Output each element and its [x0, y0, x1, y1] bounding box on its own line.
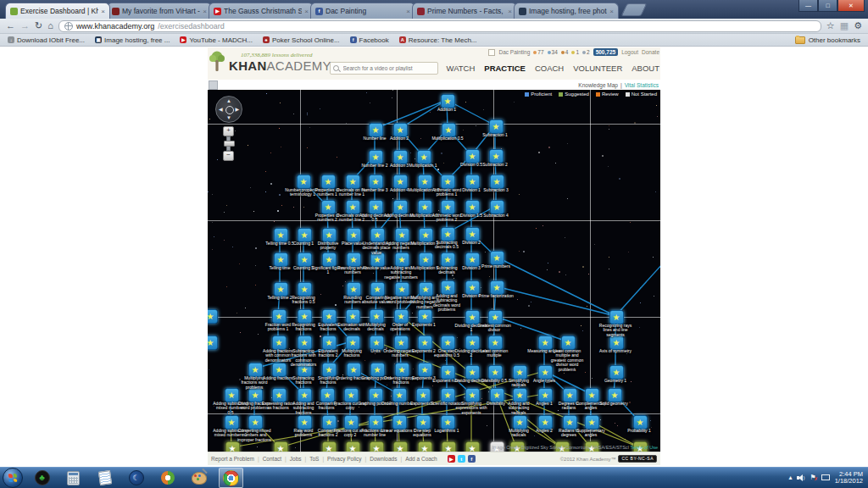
- exercise-node[interactable]: ★: [346, 336, 360, 350]
- footer-link[interactable]: Downloads: [370, 456, 397, 462]
- exercise-node[interactable]: ★: [585, 388, 599, 402]
- maximize-window-button[interactable]: □: [818, 0, 837, 12]
- exercise-node[interactable]: ★: [465, 441, 480, 452]
- footer-link[interactable]: Privacy Policy: [327, 456, 361, 462]
- tab-close-icon[interactable]: ×: [406, 8, 410, 15]
- exercise-node[interactable]: ★: [392, 415, 407, 430]
- exercise-node[interactable]: ★: [369, 388, 383, 402]
- pan-up-icon[interactable]: ▲: [226, 98, 231, 103]
- exercise-node[interactable]: ★: [441, 94, 455, 108]
- exercise-node[interactable]: ★: [347, 363, 361, 377]
- exercise-node[interactable]: ★: [395, 363, 409, 377]
- refresh-icon[interactable]: ↻: [35, 21, 42, 30]
- tab-close-icon[interactable]: ×: [304, 8, 309, 15]
- exercise-node[interactable]: ★: [298, 252, 312, 267]
- exercise-node[interactable]: ★: [513, 415, 527, 430]
- exercise-node[interactable]: ★: [418, 363, 432, 377]
- exercise-node[interactable]: ★: [322, 363, 337, 377]
- exercise-node[interactable]: ★: [490, 175, 504, 189]
- exercise-node[interactable]: ★: [442, 123, 456, 137]
- home-icon[interactable]: ⌂: [47, 21, 53, 30]
- exercise-node[interactable]: ★: [442, 441, 456, 452]
- exercise-node[interactable]: ★: [320, 388, 335, 402]
- username[interactable]: Dac Painting: [498, 49, 530, 55]
- tab-close-icon[interactable]: ×: [101, 8, 105, 15]
- exercise-node[interactable]: ★: [370, 441, 384, 452]
- bookmark-item[interactable]: ▶YouTube - MADCH...: [180, 36, 253, 44]
- nav-volunteer[interactable]: VOLUNTEER: [573, 64, 622, 73]
- exercise-node[interactable]: ★: [370, 309, 384, 324]
- exercise-node[interactable]: ★: [609, 310, 624, 324]
- exercise-node[interactable]: ★: [298, 336, 312, 350]
- swirl-player-taskbar-icon[interactable]: [156, 469, 179, 487]
- footer-link[interactable]: Jobs: [290, 456, 302, 462]
- exercise-node[interactable]: ★: [274, 252, 288, 267]
- start-button[interactable]: [3, 468, 23, 488]
- browser-tab[interactable]: Image hosting, free photo s×: [514, 3, 619, 19]
- back-icon[interactable]: ←: [6, 21, 15, 30]
- exercise-node[interactable]: ★: [465, 200, 480, 214]
- exercise-node[interactable]: ★: [489, 149, 504, 164]
- exercise-node[interactable]: ★: [538, 336, 553, 350]
- exercise-node[interactable]: ★: [609, 365, 624, 380]
- nav-practice[interactable]: PRACTICE: [484, 64, 526, 73]
- bookmark-item[interactable]: ↓Download IObit Free...: [8, 36, 85, 44]
- exercise-node[interactable]: ★: [633, 415, 648, 430]
- pan-right-icon[interactable]: ▶: [235, 107, 239, 112]
- exercise-node[interactable]: ★: [488, 336, 503, 350]
- exercise-node[interactable]: ★: [297, 175, 311, 189]
- vital-statistics-link[interactable]: Vital Statistics: [625, 82, 659, 88]
- exercise-node[interactable]: ★: [441, 252, 455, 267]
- exercise-node[interactable]: ★: [274, 228, 288, 242]
- zoom-in-button[interactable]: +: [223, 126, 234, 136]
- exercise-node[interactable]: ★: [370, 336, 384, 350]
- exercise-node[interactable]: ★: [561, 336, 576, 350]
- exercise-node[interactable]: ★: [465, 252, 480, 267]
- exercise-node[interactable]: ★: [298, 415, 312, 430]
- close-window-button[interactable]: ✕: [837, 0, 865, 12]
- bookmark-item[interactable]: ♠Poker School Online...: [263, 36, 340, 44]
- exercise-node[interactable]: ★: [441, 415, 455, 430]
- exercise-node[interactable]: ★: [346, 175, 360, 189]
- exercise-node[interactable]: ★: [418, 336, 432, 350]
- chrome-taskbar-icon[interactable]: [219, 468, 243, 488]
- exercise-node[interactable]: ★: [489, 119, 504, 134]
- exercise-node[interactable]: ★: [322, 309, 337, 324]
- exercise-node[interactable]: ★: [370, 282, 385, 297]
- facebook-icon[interactable]: f: [468, 455, 476, 463]
- exercise-node[interactable]: ★: [416, 415, 431, 430]
- exercise-node[interactable]: ★: [416, 388, 431, 402]
- exercise-node[interactable]: ★: [513, 388, 527, 402]
- wrench-menu-icon[interactable]: ⚙: [854, 21, 862, 30]
- exercise-node[interactable]: ★: [347, 228, 361, 242]
- exercise-node[interactable]: ★: [393, 175, 408, 189]
- browser-tab[interactable]: Prime Numbers - Facts, Exa×: [412, 3, 517, 19]
- exercise-node[interactable]: ★: [441, 280, 455, 295]
- exercise-node[interactable]: ★: [465, 310, 480, 324]
- exercise-node[interactable]: ★: [419, 252, 433, 267]
- search-input[interactable]: [342, 64, 435, 72]
- browser-tab[interactable]: ▶The Gauss Christmath Spec×: [209, 3, 314, 19]
- exercise-node[interactable]: ★: [393, 441, 408, 452]
- exercise-node[interactable]: ★: [585, 415, 599, 430]
- logout-link[interactable]: Logout: [621, 49, 638, 55]
- nav-watch[interactable]: WATCH: [447, 64, 476, 73]
- exercise-node[interactable]: ★: [465, 365, 480, 380]
- address-bar[interactable]: www.khanacademy.org/exercisedashboard: [58, 20, 821, 32]
- exercise-node[interactable]: ★: [248, 388, 263, 402]
- exercise-node[interactable]: ★: [369, 200, 383, 214]
- pan-down-icon[interactable]: ▼: [226, 115, 231, 120]
- new-tab-button[interactable]: [621, 3, 648, 16]
- exercise-node[interactable]: ★: [274, 282, 288, 297]
- exercise-node[interactable]: ★: [513, 365, 527, 380]
- volume-icon[interactable]: ): [797, 474, 804, 481]
- exercise-node[interactable]: ★: [346, 200, 360, 214]
- exercise-node[interactable]: ★: [225, 415, 239, 430]
- nav-about[interactable]: ABOUT: [632, 64, 659, 73]
- exercise-node[interactable]: ★: [418, 200, 432, 214]
- bookmark-star-icon[interactable]: ☆: [826, 21, 835, 30]
- map-panel-toggle-icon[interactable]: [209, 80, 218, 90]
- exercise-node[interactable]: ★: [392, 388, 407, 402]
- exercise-node[interactable]: ★: [370, 363, 385, 377]
- exercise-node[interactable]: ★: [490, 251, 504, 265]
